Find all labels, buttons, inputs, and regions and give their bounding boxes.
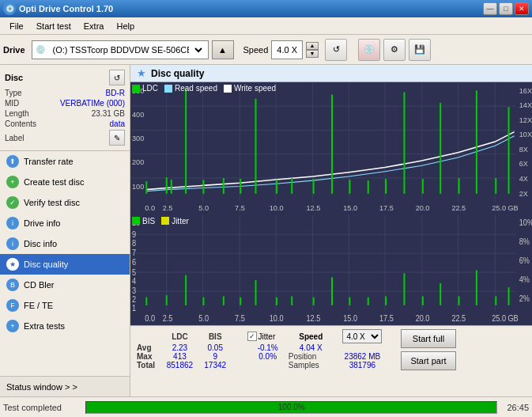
svg-rect-47 (476, 90, 477, 193)
svg-text:4: 4 (132, 276, 136, 286)
disc-icon-btn[interactable]: 💿 (358, 39, 380, 61)
sidebar-item-drive-info[interactable]: i Drive info (0, 213, 130, 233)
status-window-button[interactable]: Status window > > (0, 376, 130, 396)
progress-bar: 100.0% (85, 401, 497, 414)
svg-rect-99 (291, 296, 292, 305)
contents-key: Contents (5, 119, 36, 128)
start-part-button[interactable]: Start part (401, 351, 456, 370)
jitter-legend-color (161, 217, 169, 225)
menu-help[interactable]: Help (110, 20, 141, 32)
refresh-button[interactable]: ↺ (325, 39, 347, 61)
max-bis: 9 (199, 352, 232, 361)
sidebar-item-disc-quality[interactable]: ★ Disc quality (0, 254, 130, 275)
avg-speed: 4.04 X (289, 343, 334, 352)
disc-info-icon: i (6, 237, 19, 250)
position-value: 23862 MB (334, 352, 391, 361)
top-chart-legend: LDC Read speed Write speed (132, 84, 276, 93)
svg-text:6%: 6% (519, 256, 530, 265)
eject-button[interactable]: ▲ (212, 40, 234, 59)
svg-text:6: 6 (132, 257, 136, 267)
svg-text:5: 5 (132, 267, 136, 277)
svg-text:2X: 2X (519, 190, 528, 198)
bottom-chart: BIS Jitter (130, 215, 532, 325)
svg-text:8%: 8% (519, 237, 530, 246)
disc-info-label: Disc info (24, 239, 57, 248)
menu-start-test[interactable]: Start test (30, 20, 77, 32)
top-chart: LDC Read speed Write speed (130, 82, 532, 215)
app-icon: 💿 (3, 2, 16, 15)
svg-rect-42 (385, 179, 387, 194)
type-key: Type (5, 89, 22, 97)
svg-rect-110 (495, 296, 496, 305)
close-button[interactable]: ✕ (515, 2, 529, 15)
label-icon-btn[interactable]: ✎ (109, 130, 125, 146)
bottom-chart-legend: BIS Jitter (132, 217, 189, 226)
svg-text:12.5: 12.5 (307, 204, 321, 212)
svg-rect-109 (476, 270, 477, 305)
chart-header: ★ Disc quality (130, 65, 532, 82)
length-key: Length (5, 109, 29, 118)
svg-text:2.5: 2.5 (163, 204, 173, 212)
toolbar: Drive 💿 (O:) TSSTcorp BDDVDW SE-506CB TS… (0, 35, 532, 65)
speed-select-cell: 4.0 X (334, 329, 391, 343)
svg-rect-35 (255, 99, 256, 194)
svg-text:20.0: 20.0 (416, 313, 430, 323)
transfer-rate-label: Transfer rate (24, 157, 74, 166)
svg-rect-97 (255, 280, 256, 305)
svg-text:300: 300 (132, 135, 144, 142)
sidebar-item-fe-te[interactable]: F FE / TE (0, 295, 130, 316)
svg-rect-38 (313, 179, 315, 194)
disc-quality-header-icon: ★ (137, 67, 146, 79)
extra-tests-icon: + (6, 320, 19, 332)
sidebar-item-create-test-disc[interactable]: + Create test disc (0, 172, 130, 192)
menu-extra[interactable]: Extra (77, 20, 111, 32)
svg-rect-93 (185, 275, 187, 305)
jitter-legend-label: Jitter (172, 217, 189, 226)
speed-down-button[interactable]: ▼ (306, 50, 319, 58)
progress-label: 100.0% (86, 402, 496, 413)
svg-text:4X: 4X (519, 175, 528, 183)
maximize-button[interactable]: □ (499, 2, 513, 15)
svg-text:15.0: 15.0 (343, 313, 357, 323)
verify-disc-label: Verify test disc (24, 198, 80, 207)
chart-title: Disc quality (151, 68, 204, 79)
disc-refresh-icon[interactable]: ↺ (109, 70, 125, 85)
cd-bler-icon: B (6, 279, 19, 291)
type-value: BD-R (106, 89, 125, 97)
fe-te-label: FE / TE (24, 301, 53, 310)
menu-file[interactable]: File (3, 20, 30, 32)
samples-label: Samples (289, 361, 334, 370)
write-speed-legend-label: Write speed (234, 84, 276, 93)
sidebar-item-extra-tests[interactable]: + Extra tests (0, 316, 130, 336)
svg-rect-29 (166, 177, 168, 194)
mid-value: VERBATIMe (000) (60, 99, 125, 108)
sidebar-item-cd-bler[interactable]: B CD Bler (0, 275, 130, 295)
svg-text:1: 1 (132, 303, 136, 313)
sidebar-item-transfer-rate[interactable]: ⬆ Transfer rate (0, 151, 130, 172)
start-full-button[interactable]: Start full (401, 329, 456, 348)
svg-rect-101 (331, 277, 333, 305)
jitter-checkbox[interactable]: ✓ (247, 332, 257, 341)
ldc-legend-color (132, 85, 140, 93)
svg-text:10%: 10% (519, 218, 532, 227)
speed-select[interactable]: 4.0 X (342, 329, 382, 343)
minimize-button[interactable]: — (483, 2, 497, 15)
drive-info-label: Drive info (24, 218, 60, 228)
top-chart-svg: 500 400 300 200 100 16X 14X 12X 10X 8X 6… (130, 82, 532, 214)
mid-key: MID (5, 99, 19, 108)
sidebar-item-verify-test-disc[interactable]: ✓ Verify test disc (0, 192, 130, 213)
read-speed-legend-color (164, 85, 172, 93)
svg-text:17.5: 17.5 (379, 204, 394, 212)
sidebar-item-disc-info[interactable]: i Disc info (0, 233, 130, 254)
save-icon-btn[interactable]: 💾 (409, 39, 431, 61)
settings-icon-btn[interactable]: ⚙ (383, 39, 406, 61)
status-text: Test completed (3, 403, 82, 412)
max-label: Max (137, 352, 160, 361)
drive-select[interactable]: (O:) TSSTcorp BDDVDW SE-506CB TS02 (47, 41, 205, 59)
speed-up-button[interactable]: ▲ (306, 42, 319, 50)
svg-rect-32 (202, 180, 204, 194)
speed-value: 4.0 X (272, 45, 302, 55)
drive-info-icon: i (6, 217, 19, 229)
svg-rect-49 (508, 107, 510, 194)
create-disc-icon: + (6, 176, 19, 188)
